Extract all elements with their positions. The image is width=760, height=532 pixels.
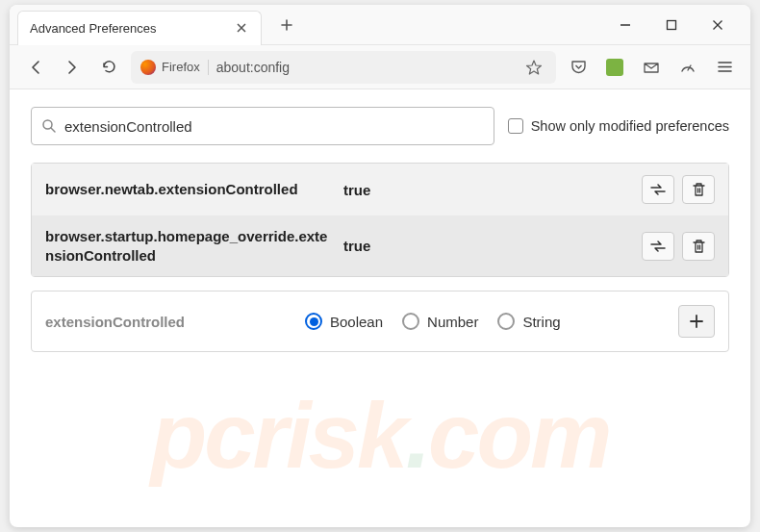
maximize-button[interactable] (658, 12, 685, 38)
pref-actions (642, 232, 715, 261)
maximize-icon (666, 19, 677, 31)
menu-button[interactable] (710, 53, 739, 82)
reload-button[interactable] (94, 53, 123, 82)
pref-value: true (343, 238, 632, 254)
identity-label: Firefox (162, 60, 200, 74)
forward-button[interactable] (58, 53, 87, 82)
pocket-icon (570, 59, 587, 75)
type-string[interactable]: String (497, 313, 560, 330)
tab-title: Advanced Preferences (30, 21, 157, 36)
radio-label: Number (427, 314, 478, 330)
window-controls (612, 12, 750, 38)
pocket-button[interactable] (564, 53, 593, 82)
delete-button[interactable] (682, 232, 715, 261)
new-pref-row: extensionControlled Boolean Number Strin… (31, 291, 729, 352)
pref-row[interactable]: browser.startup.homepage_override.extens… (32, 215, 728, 276)
tab-close-button[interactable] (234, 20, 249, 36)
performance-button[interactable] (673, 53, 702, 82)
search-input[interactable] (64, 118, 484, 135)
delete-button[interactable] (682, 175, 715, 204)
radio-button[interactable] (497, 313, 515, 330)
nav-toolbar: Firefox about:config (10, 45, 750, 89)
toggle-button[interactable] (642, 232, 674, 261)
star-icon (525, 59, 543, 76)
pref-actions (642, 175, 715, 204)
gauge-icon (679, 59, 697, 76)
svg-rect-0 (668, 20, 676, 29)
trash-icon (692, 182, 706, 197)
show-modified-checkbox[interactable] (508, 118, 523, 134)
toggle-button[interactable] (642, 175, 674, 204)
back-button[interactable] (21, 53, 50, 82)
new-pref-name: extensionControlled (45, 314, 295, 330)
identity-box[interactable]: Firefox (140, 60, 209, 75)
radio-label: Boolean (330, 314, 383, 330)
checkbox-label: Show only modified preferences (531, 118, 729, 134)
hamburger-icon (717, 59, 733, 75)
pref-value: true (343, 182, 632, 198)
search-box[interactable] (31, 107, 494, 145)
pref-row[interactable]: browser.newtab.extensionControlled true (32, 164, 728, 215)
extension-icon (606, 59, 623, 76)
bookmark-star-button[interactable] (521, 55, 546, 80)
plus-icon (689, 314, 704, 329)
close-window-button[interactable] (704, 12, 731, 38)
inbox-button[interactable] (637, 53, 666, 82)
firefox-icon (140, 60, 156, 75)
pref-name: browser.startup.homepage_override.extens… (45, 227, 334, 265)
new-tab-button[interactable] (273, 12, 300, 38)
radio-label: String (522, 314, 560, 330)
plus-icon (280, 18, 293, 32)
type-number[interactable]: Number (402, 313, 478, 330)
page-content: Show only modified preferences browser.n… (10, 89, 750, 369)
inbox-icon (643, 59, 660, 76)
show-modified-checkbox-wrap[interactable]: Show only modified preferences (508, 118, 729, 134)
extension-button[interactable] (600, 53, 629, 82)
browser-window: Advanced Preferences (10, 5, 750, 527)
toggle-icon (649, 240, 667, 253)
search-row: Show only modified preferences (31, 107, 729, 145)
search-icon (41, 118, 57, 134)
minimize-button[interactable] (612, 12, 639, 38)
url-text: about:config (216, 60, 514, 75)
type-boolean[interactable]: Boolean (305, 313, 383, 330)
toggle-icon (649, 183, 667, 196)
radio-button[interactable] (402, 313, 419, 330)
radio-button[interactable] (305, 313, 322, 330)
arrow-left-icon (27, 59, 44, 76)
minimize-icon (620, 19, 631, 31)
add-pref-button[interactable] (678, 305, 715, 338)
reload-icon (101, 59, 117, 75)
url-bar[interactable]: Firefox about:config (131, 51, 556, 84)
watermark: pcrisk.com (151, 383, 610, 489)
close-icon (237, 23, 246, 33)
pref-list: browser.newtab.extensionControlled true … (31, 163, 729, 277)
close-icon (712, 19, 723, 31)
trash-icon (692, 239, 706, 254)
titlebar: Advanced Preferences (10, 5, 750, 45)
arrow-right-icon (63, 59, 81, 76)
pref-name: browser.newtab.extensionControlled (45, 180, 334, 199)
browser-tab[interactable]: Advanced Preferences (17, 11, 262, 45)
type-options: Boolean Number String (305, 313, 669, 330)
